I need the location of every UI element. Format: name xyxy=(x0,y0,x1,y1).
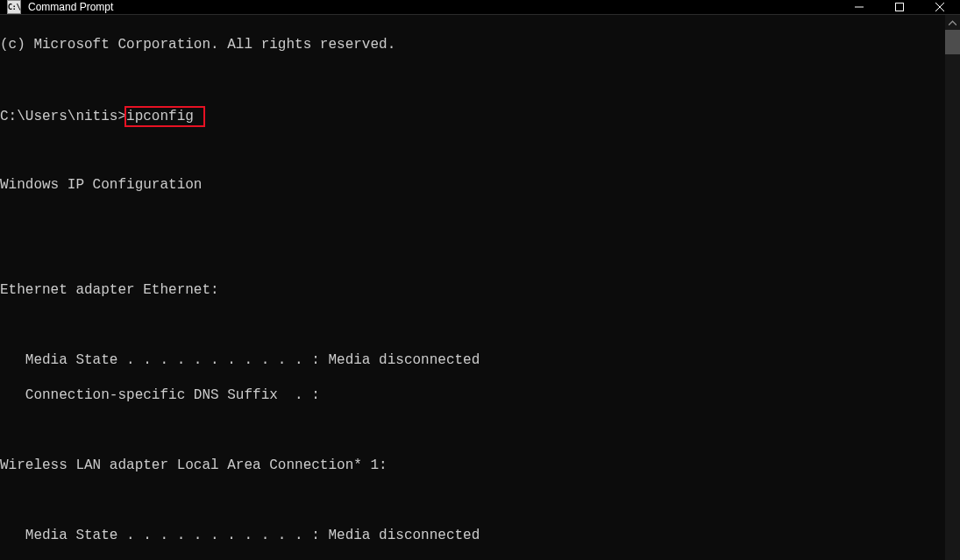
window-title: Command Prompt xyxy=(28,1,113,13)
titlebar[interactable]: C:\ Command Prompt xyxy=(0,0,960,15)
prompt-line: C:\Users\nitis>ipconfig xyxy=(0,106,945,124)
close-icon xyxy=(935,3,944,11)
output-line xyxy=(0,246,945,264)
output-line xyxy=(0,316,945,334)
console-output[interactable]: (c) Microsoft Corporation. All rights re… xyxy=(0,15,945,560)
content-area: (c) Microsoft Corporation. All rights re… xyxy=(0,15,960,560)
window-controls xyxy=(839,0,960,14)
output-line: Ethernet adapter Ethernet: xyxy=(0,281,945,299)
minimize-button[interactable] xyxy=(839,0,879,14)
output-line: Media State . . . . . . . . . . . : Medi… xyxy=(0,351,945,369)
scroll-up-button[interactable] xyxy=(945,15,960,30)
command-highlight: ipconfig xyxy=(124,106,205,127)
output-line: Wireless LAN adapter Local Area Connecti… xyxy=(0,457,945,474)
svg-rect-1 xyxy=(896,4,904,11)
output-line: Windows IP Configuration xyxy=(0,176,945,194)
chevron-up-icon xyxy=(949,20,956,25)
output-line: (c) Microsoft Corporation. All rights re… xyxy=(0,36,945,53)
output-line xyxy=(0,211,945,229)
typed-command: ipconfig xyxy=(126,109,194,124)
maximize-button[interactable] xyxy=(879,0,920,14)
output-line xyxy=(0,71,945,89)
minimize-icon xyxy=(855,3,864,11)
maximize-icon xyxy=(895,3,904,11)
command-prompt-window: C:\ Command Prompt (c) Microsoft Corpora… xyxy=(0,0,960,560)
prompt-path: C:\Users\nitis> xyxy=(0,109,126,124)
output-line xyxy=(0,422,945,439)
titlebar-left: C:\ Command Prompt xyxy=(0,0,839,14)
scroll-thumb[interactable] xyxy=(945,30,960,54)
output-line: Media State . . . . . . . . . . . : Medi… xyxy=(0,527,945,544)
output-line xyxy=(0,141,945,159)
close-button[interactable] xyxy=(920,0,960,14)
vertical-scrollbar[interactable] xyxy=(945,15,960,560)
output-line: Connection-specific DNS Suffix . : xyxy=(0,386,945,404)
output-line xyxy=(0,492,945,509)
command-prompt-icon: C:\ xyxy=(7,0,21,14)
